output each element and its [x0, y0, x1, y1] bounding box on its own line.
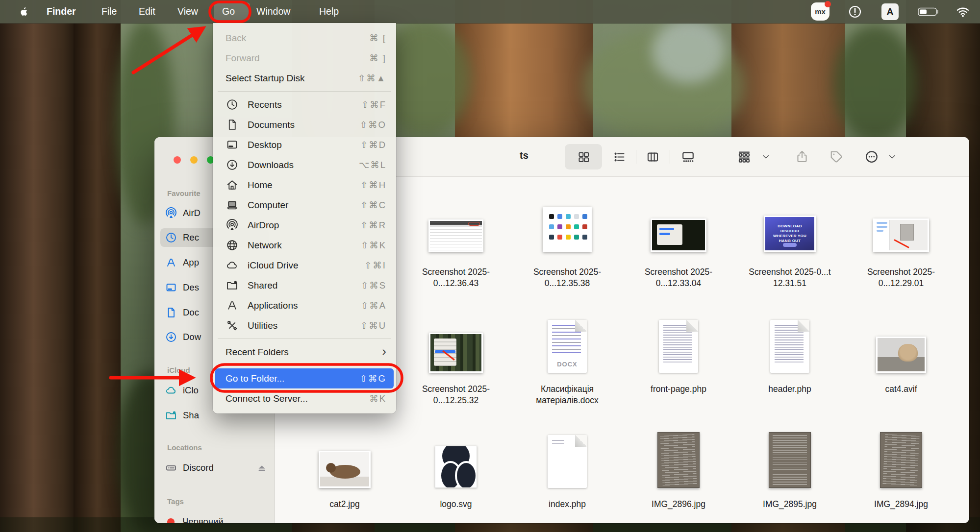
- menu-item-applications[interactable]: Applications ⇧⌘A: [213, 295, 396, 315]
- file-item[interactable]: index.php: [515, 429, 619, 510]
- discord-banner-text: DOWNLOAD DISCORD WHEREVER YOU HANG OUT: [765, 224, 814, 243]
- external-drive-icon: [165, 462, 177, 474]
- view-columns-button[interactable]: [637, 144, 668, 169]
- sidebar-item-label: Discord: [183, 462, 214, 473]
- file-name: index.php: [549, 499, 586, 510]
- keyboard-layout-icon[interactable]: A: [881, 3, 899, 20]
- file-item[interactable]: Screenshot 2025-0...12.29.01: [849, 208, 953, 289]
- eject-icon[interactable]: [256, 462, 267, 476]
- sidebar-item-label: Dow: [183, 332, 201, 342]
- menubar-item-finder[interactable]: Finder: [47, 0, 76, 23]
- file-item[interactable]: Screenshot 2025-0...12.33.04: [627, 208, 730, 289]
- file-item[interactable]: IMG_2894.jpg: [849, 429, 953, 510]
- file-item[interactable]: logo.svg: [404, 429, 508, 510]
- menu-item-home[interactable]: Home ⇧⌘H: [213, 175, 396, 195]
- sidebar-item-label: Doc: [183, 307, 199, 318]
- view-list-button[interactable]: [604, 144, 634, 169]
- file-name: header.php: [768, 384, 811, 395]
- sidebar-item-tag-red[interactable]: Червоний: [160, 512, 269, 523]
- file-item[interactable]: Screenshot 2025-0...12.35.38: [515, 208, 619, 289]
- sidebar-item-discord-volume[interactable]: Discord: [160, 459, 269, 477]
- file-thumbnail-logo: [435, 446, 477, 488]
- group-by-button[interactable]: [730, 144, 758, 169]
- sidebar-item-label: App: [183, 257, 199, 268]
- menubar-item-window[interactable]: Window: [256, 0, 290, 23]
- file-item[interactable]: Screenshot 2025-0...12.25.32: [404, 314, 508, 406]
- menu-item-desktop[interactable]: Desktop ⇧⌘D: [213, 135, 396, 155]
- chevron-down-icon[interactable]: [884, 144, 901, 169]
- sidebar-section-icloud: iCloud: [167, 366, 190, 374]
- downloads-icon: [165, 331, 177, 343]
- file-name: Screenshot 2025-0...12.29.01: [852, 266, 950, 289]
- menubar-item-view[interactable]: View: [177, 0, 198, 23]
- notification-dot: [825, 1, 831, 7]
- file-item[interactable]: Screenshot 2025-0...12.36.43: [404, 208, 508, 289]
- file-item[interactable]: front-page.php: [627, 314, 730, 395]
- close-button[interactable]: [174, 156, 181, 164]
- share-button[interactable]: [788, 144, 816, 169]
- menu-item-back: Back ⌘ [: [213, 28, 396, 48]
- file-item[interactable]: DOWNLOAD DISCORD WHEREVER YOU HANG OUT S…: [738, 208, 842, 289]
- view-icons-button[interactable]: [565, 144, 602, 169]
- file-name: Screenshot 2025-0...12.33.04: [629, 266, 728, 289]
- status-alert-icon[interactable]: [847, 3, 863, 20]
- menu-item-shared[interactable]: Shared ⇧⌘S: [213, 275, 396, 295]
- wifi-icon[interactable]: [953, 3, 973, 20]
- airdrop-icon: [165, 207, 177, 219]
- menu-item-select-startup-disk[interactable]: Select Startup Disk ⇧⌘▲: [213, 68, 396, 88]
- status-app-icon[interactable]: mx: [811, 2, 829, 21]
- menu-item-network[interactable]: Network ⇧⌘K: [213, 235, 396, 255]
- document-icon: [226, 119, 238, 131]
- sidebar-item-label: iClo: [183, 385, 199, 396]
- toolbar-divider: [670, 150, 670, 164]
- menubar-item-help[interactable]: Help: [319, 0, 339, 23]
- minimize-button[interactable]: [190, 156, 198, 164]
- menu-item-utilities[interactable]: Utilities ⇧⌘U: [213, 315, 396, 336]
- file-item[interactable]: cat2.jpg: [293, 429, 397, 510]
- foliage: [833, 24, 917, 142]
- menu-item-computer[interactable]: Computer ⇧⌘C: [213, 195, 396, 215]
- file-name: IMG_2895.jpg: [763, 499, 817, 510]
- file-item[interactable]: DOCX Класифікація матеріалів.docx: [515, 314, 619, 406]
- shortcut: ⇧⌘H: [360, 180, 386, 191]
- shortcut: ⇧⌘R: [360, 220, 386, 231]
- go-dropdown-menu: Back ⌘ [ Forward ⌘ ] Select Startup Disk…: [213, 23, 396, 413]
- file-name: logo.svg: [440, 499, 472, 510]
- chevron-down-icon[interactable]: [757, 144, 774, 169]
- apple-menu[interactable]: [19, 0, 29, 23]
- menu-item-recent-folders[interactable]: Recent Folders ›: [213, 342, 396, 362]
- menubar-item-go[interactable]: Go: [222, 0, 235, 23]
- more-options-button[interactable]: [859, 144, 884, 169]
- tags-button[interactable]: [823, 144, 850, 169]
- file-item[interactable]: cat4.avif: [849, 314, 953, 395]
- laptop-icon: [226, 199, 238, 212]
- battery-icon[interactable]: [916, 3, 941, 20]
- cloud-icon: [226, 259, 238, 272]
- menu-item-documents[interactable]: Documents ⇧⌘O: [213, 115, 396, 135]
- shortcut: ⇧⌘O: [360, 120, 386, 130]
- clock-icon: [226, 98, 238, 111]
- shortcut: ⇧⌘U: [360, 320, 386, 331]
- shortcut: ⇧⌘D: [360, 140, 386, 150]
- menu-item-downloads[interactable]: Downloads ⌥⌘L: [213, 155, 396, 175]
- downloads-icon: [226, 159, 238, 171]
- red-tag-icon: [167, 518, 175, 524]
- menubar-item-file[interactable]: File: [101, 0, 117, 23]
- menu-separator: [218, 365, 391, 365]
- menu-item-go-to-folder[interactable]: Go to Folder... ⇧⌘G: [215, 368, 394, 388]
- file-thumbnail-php: [770, 320, 809, 373]
- menu-item-forward: Forward ⌘ ]: [213, 48, 396, 68]
- file-item[interactable]: header.php: [738, 314, 842, 395]
- file-item[interactable]: IMG_2896.jpg: [627, 429, 730, 510]
- file-item[interactable]: IMG_2895.jpg: [738, 429, 842, 510]
- file-thumbnail-docx: DOCX: [548, 320, 587, 373]
- file-thumbnail-screenshot: [651, 218, 706, 252]
- shared-folder-icon: [226, 279, 238, 292]
- view-gallery-button[interactable]: [672, 144, 704, 169]
- document-icon: [165, 307, 177, 318]
- menu-item-icloud-drive[interactable]: iCloud Drive ⇧⌘I: [213, 255, 396, 275]
- menu-item-airdrop[interactable]: AirDrop ⇧⌘R: [213, 215, 396, 235]
- menubar-item-edit[interactable]: Edit: [139, 0, 155, 23]
- menu-item-recents[interactable]: Recents ⇧⌘F: [213, 95, 396, 115]
- menu-item-connect-to-server[interactable]: Connect to Server... ⌘K: [213, 388, 396, 409]
